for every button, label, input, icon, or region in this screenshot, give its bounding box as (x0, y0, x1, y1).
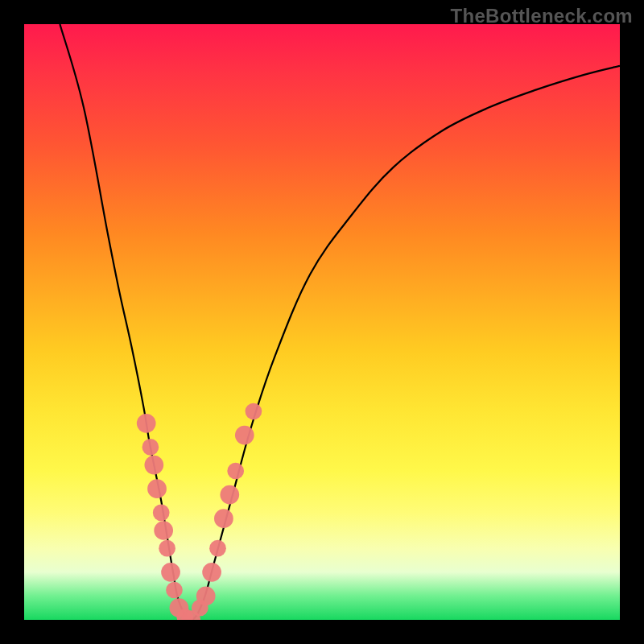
curve-marker (227, 463, 244, 480)
curve-marker (147, 479, 167, 498)
curve-marker (137, 414, 156, 433)
curve-marker (142, 439, 159, 456)
curve-marker (154, 521, 173, 540)
curve-marker (161, 563, 180, 582)
curve-svg (24, 24, 620, 620)
plot-area (24, 24, 620, 620)
curve-marker (220, 485, 239, 505)
curve-marker (246, 403, 262, 420)
curve-marker (214, 509, 233, 528)
curve-marker (153, 504, 170, 521)
curve-markers (137, 403, 262, 620)
curve-marker (144, 456, 163, 475)
curve-marker (235, 426, 254, 445)
chart-frame: TheBottleneck.com (0, 0, 644, 644)
curve-marker (166, 582, 183, 599)
bottleneck-curve (60, 24, 620, 620)
curve-marker (209, 540, 226, 557)
curve-marker (196, 587, 216, 606)
curve-marker (202, 563, 221, 582)
curve-marker (159, 540, 175, 557)
